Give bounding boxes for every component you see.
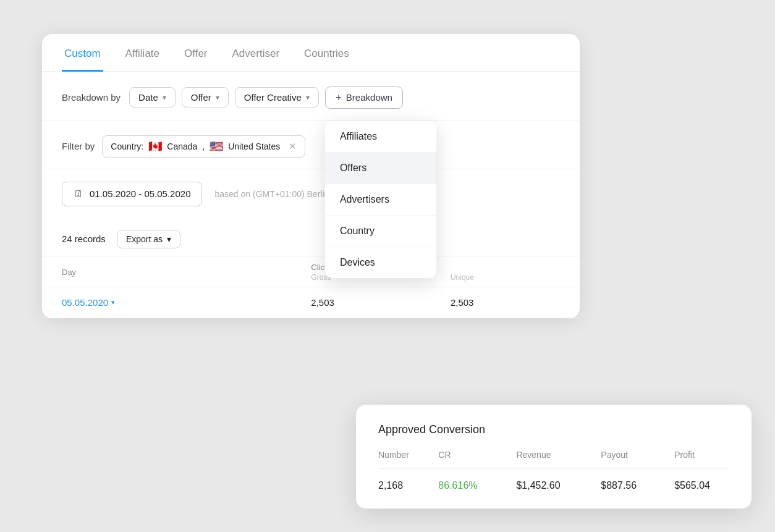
col-revenue-header: Revenue	[498, 450, 582, 469]
filter-tag-countries[interactable]: Country: 🇨🇦 Canada , 🇺🇸 United States ✕	[102, 135, 305, 158]
payout-cell: $887.56	[582, 469, 656, 492]
us-label: United States	[228, 141, 280, 151]
export-chevron-icon: ▾	[167, 234, 171, 244]
add-breakdown-button[interactable]: + Breakdown	[325, 87, 403, 109]
dropdown-item-offers[interactable]: Offers	[325, 153, 436, 184]
dropdown-item-advertisers[interactable]: Advertisers	[325, 184, 436, 216]
col-profit-header: Profit	[656, 450, 729, 469]
day-link[interactable]: 05.05.2020 ▾	[62, 297, 289, 308]
dropdown-item-devices[interactable]: Devices	[325, 247, 436, 278]
tab-affiliate[interactable]: Affiliate	[123, 34, 162, 72]
gross-cell: 2,503	[300, 287, 439, 318]
table-area: Day Clicks Gross Unique	[42, 256, 580, 318]
cr-cell: 86.616%	[420, 469, 498, 492]
offer-creative-chevron-icon: ▾	[306, 93, 310, 102]
date-picker-button[interactable]: 🗓 01.05.2020 - 05.05.2020	[62, 182, 202, 206]
profit-cell: $565.04	[656, 469, 729, 492]
offer-chevron-icon: ▾	[216, 93, 219, 102]
date-dropdown-label: Date	[138, 92, 158, 103]
filter-tag-label: Country:	[111, 141, 143, 151]
filter-row: Filter by Country: 🇨🇦 Canada , 🇺🇸 United…	[62, 135, 560, 158]
remove-filter-button[interactable]: ✕	[289, 141, 297, 152]
export-button[interactable]: Export as ▾	[117, 230, 180, 248]
unique-cell: 2,503	[439, 287, 580, 318]
dropdown-item-affiliates[interactable]: Affiliates	[325, 121, 436, 153]
approved-conversion-table: Number CR Revenue Payout Profit 2,168 86…	[378, 450, 729, 491]
records-count: 24 records	[62, 234, 106, 244]
offer-creative-dropdown[interactable]: Offer Creative ▾	[235, 87, 319, 108]
filter-label: Filter by	[62, 141, 95, 151]
tabs-bar: Custom Affiliate Offer Advertiser Countr…	[42, 34, 580, 72]
col-number-header: Number	[378, 450, 420, 469]
breakdown-add-wrapper: + Breakdown Affiliates Offers Advertiser…	[325, 87, 403, 109]
dropdown-item-country[interactable]: Country	[325, 216, 436, 247]
add-breakdown-label: Breakdown	[346, 92, 392, 103]
tab-countries[interactable]: Countries	[302, 34, 352, 72]
separator: ,	[202, 141, 205, 151]
col-payout-header: Payout	[582, 450, 656, 469]
data-card-title: Approved Conversion	[378, 423, 729, 436]
date-chevron-icon: ▾	[163, 93, 166, 102]
number-cell: 2,168	[378, 469, 420, 492]
plus-icon: +	[336, 91, 342, 104]
offer-dropdown[interactable]: Offer ▾	[182, 87, 229, 108]
filter-section: Filter by Country: 🇨🇦 Canada , 🇺🇸 United…	[42, 120, 580, 169]
breakdown-row: Breakdown by Date ▾ Offer ▾ Offer Creati…	[62, 87, 560, 109]
col-cr-header: CR	[420, 450, 498, 469]
offer-dropdown-label: Offer	[191, 92, 211, 103]
us-flag-icon: 🇺🇸	[210, 140, 223, 153]
breakdown-section: Breakdown by Date ▾ Offer ▾ Offer Creati…	[42, 72, 580, 120]
table-row: 05.05.2020 ▾ 2,503 2,503	[42, 287, 580, 318]
export-label: Export as	[126, 234, 163, 244]
col-unique-header: Unique	[439, 256, 580, 287]
date-range-value: 01.05.2020 - 05.05.2020	[90, 188, 190, 199]
breakdown-label: Breakdown by	[62, 92, 121, 103]
date-row: 🗓 01.05.2020 - 05.05.2020 based on (GMT+…	[42, 169, 580, 220]
revenue-cell: $1,452.60	[498, 469, 582, 492]
calendar-icon: 🗓	[74, 188, 83, 200]
conversion-row: 2,168 86.616% $1,452.60 $887.56 $565.04	[378, 469, 729, 492]
date-dropdown[interactable]: Date ▾	[129, 87, 176, 108]
day-cell: 05.05.2020 ▾	[42, 287, 300, 318]
day-value: 05.05.2020	[62, 297, 108, 308]
tab-advertiser[interactable]: Advertiser	[230, 34, 282, 72]
data-card: Approved Conversion Number CR Revenue Pa…	[356, 405, 752, 509]
canada-flag-icon: 🇨🇦	[148, 140, 162, 153]
canada-label: Canada	[167, 141, 197, 151]
offer-creative-dropdown-label: Offer Creative	[244, 92, 302, 103]
col-day-header: Day	[42, 256, 300, 287]
records-row: 24 records Export as ▾	[42, 220, 580, 256]
breakdown-dropdown-menu: Affiliates Offers Advertisers Country De…	[325, 121, 436, 278]
data-table: Day Clicks Gross Unique	[42, 256, 580, 318]
main-card: Custom Affiliate Offer Advertiser Countr…	[42, 34, 580, 318]
tab-offer[interactable]: Offer	[182, 34, 210, 72]
tab-custom[interactable]: Custom	[62, 34, 103, 72]
row-chevron-icon: ▾	[111, 298, 115, 306]
